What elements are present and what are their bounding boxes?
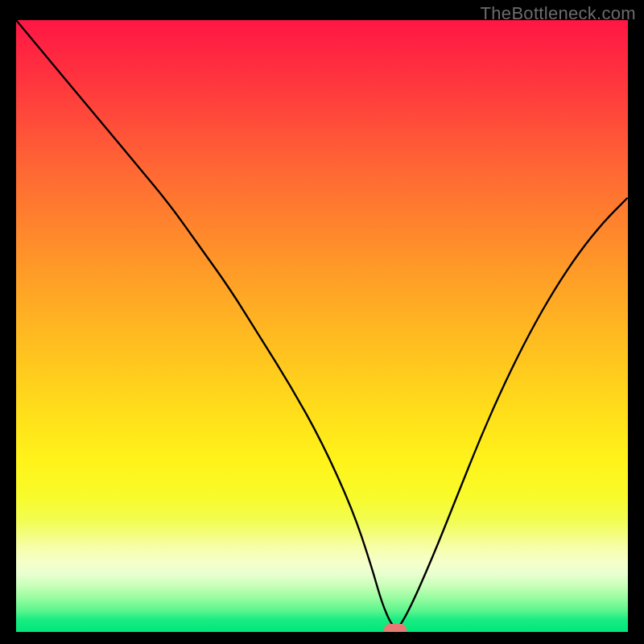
bottleneck-curve — [16, 20, 628, 632]
chart-frame: TheBottleneck.com — [0, 0, 644, 644]
watermark-text: TheBottleneck.com — [481, 3, 636, 24]
plot-area — [16, 20, 628, 632]
minimum-marker — [384, 624, 407, 632]
curve-line — [16, 20, 628, 626]
